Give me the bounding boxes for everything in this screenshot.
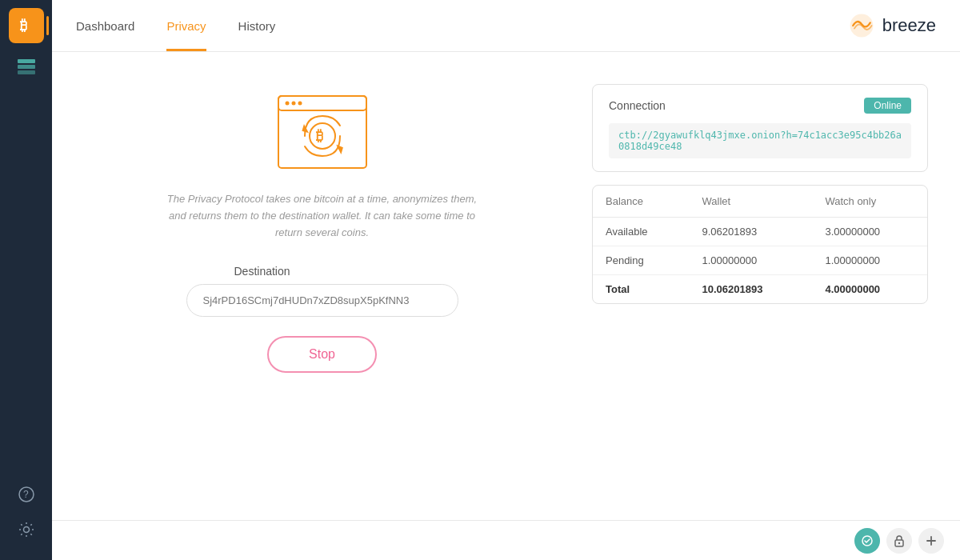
header: Dashboard Privacy History breeze (52, 0, 960, 52)
tab-dashboard[interactable]: Dashboard (76, 0, 134, 51)
svg-rect-1 (18, 59, 35, 63)
left-panel: ₿ The Privacy Protocol takes one bitcoin… (84, 76, 560, 496)
logo: breeze (847, 11, 936, 40)
balance-card: Balance Wallet Watch only Available 9.06… (592, 185, 928, 304)
breeze-logo-icon (847, 11, 876, 40)
svg-rect-2 (18, 65, 35, 69)
bottom-bar (52, 520, 960, 560)
row-pending-watch: 1.00000000 (812, 246, 927, 275)
tab-privacy[interactable]: Privacy (166, 0, 206, 51)
layers-icon (15, 56, 38, 78)
connection-card: Connection Online ctb://2gyawufklq43jmxe… (592, 84, 928, 172)
lock-icon-button[interactable] (886, 528, 912, 554)
row-total-wallet: 10.06201893 (690, 275, 813, 304)
table-row: Available 9.06201893 3.00000000 (593, 218, 927, 246)
svg-point-19 (898, 542, 900, 543)
svg-point-12 (298, 102, 302, 106)
status-icon-button[interactable] (854, 528, 880, 554)
destination-label: Destination (234, 265, 458, 278)
logo-text: breeze (882, 15, 936, 36)
svg-point-11 (291, 102, 295, 106)
stop-button[interactable]: Stop (267, 336, 377, 373)
privacy-description: The Privacy Protocol takes one bitcoin a… (162, 191, 482, 241)
row-available-watch: 3.00000000 (812, 218, 927, 246)
circle-check-icon (861, 534, 874, 547)
row-pending-label: Pending (593, 246, 690, 275)
sidebar-item-help[interactable]: ? (12, 480, 41, 509)
connection-title: Connection (609, 99, 666, 112)
main-area: Dashboard Privacy History breeze (52, 0, 960, 560)
privacy-illustration: ₿ (274, 92, 370, 172)
sidebar-item-layers[interactable] (9, 50, 44, 85)
svg-text:₿: ₿ (20, 18, 27, 34)
content-area: ₿ The Privacy Protocol takes one bitcoin… (52, 52, 960, 520)
plus-icon (926, 535, 937, 546)
svg-text:?: ? (23, 489, 29, 500)
col-balance: Balance (593, 186, 690, 218)
row-available-wallet: 9.06201893 (690, 218, 813, 246)
connection-header: Connection Online (609, 98, 911, 114)
tab-history[interactable]: History (238, 0, 276, 51)
row-available-label: Available (593, 218, 690, 246)
table-row: Pending 1.00000000 1.00000000 (593, 246, 927, 275)
sidebar-item-settings[interactable] (12, 515, 41, 544)
svg-point-10 (285, 102, 289, 106)
col-watch-only: Watch only (812, 186, 927, 218)
nav-tabs: Dashboard Privacy History (76, 0, 275, 51)
sidebar: ₿ ? (0, 0, 52, 560)
row-total-label: Total (593, 275, 690, 304)
gear-icon (18, 521, 35, 538)
col-wallet: Wallet (690, 186, 813, 218)
row-pending-wallet: 1.00000000 (690, 246, 813, 275)
help-icon: ? (18, 486, 35, 503)
bitcoin-icon: ₿ (17, 16, 36, 35)
row-total-watch: 4.00000000 (812, 275, 927, 304)
table-row-total: Total 10.06201893 4.00000000 (593, 275, 927, 304)
sidebar-bottom: ? (12, 480, 41, 552)
online-badge: Online (864, 98, 911, 114)
svg-rect-3 (18, 70, 35, 74)
svg-text:₿: ₿ (316, 128, 323, 144)
plus-icon-button[interactable] (918, 528, 944, 554)
destination-input[interactable] (186, 284, 458, 317)
svg-point-6 (23, 527, 29, 533)
table-header-row: Balance Wallet Watch only (593, 186, 927, 218)
lock-icon (894, 534, 905, 547)
sidebar-item-bitcoin[interactable]: ₿ (9, 8, 44, 43)
balance-table: Balance Wallet Watch only Available 9.06… (593, 186, 927, 303)
right-panel: Connection Online ctb://2gyawufklq43jmxe… (592, 76, 928, 496)
connection-address[interactable]: ctb://2gyawufklq43jmxe.onion?h=74c1acc3e… (609, 123, 911, 158)
